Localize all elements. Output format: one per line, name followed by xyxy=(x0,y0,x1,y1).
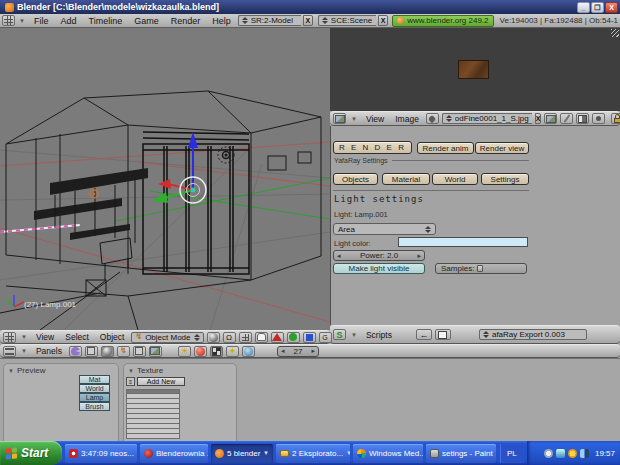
sub-texture-button[interactable] xyxy=(210,346,223,357)
menu-render[interactable]: Render xyxy=(166,16,206,26)
panel-collapse-icon[interactable]: ▼ xyxy=(128,368,134,374)
task-blenderownia[interactable]: Blenderownia ... xyxy=(140,444,208,463)
header-collapse-icon[interactable]: ▼ xyxy=(19,334,29,340)
menu-file[interactable]: File xyxy=(29,16,54,26)
sub-world-button[interactable] xyxy=(242,346,255,357)
render-anim-button[interactable]: Render anim xyxy=(417,142,474,154)
image-close-button[interactable]: X xyxy=(535,113,542,124)
header-collapse-icon[interactable]: ▼ xyxy=(349,332,359,338)
minimize-button[interactable]: _ xyxy=(577,2,590,13)
sub-material-button[interactable] xyxy=(194,346,207,357)
context-logic-button[interactable] xyxy=(69,346,82,357)
tab-objects[interactable]: Objects xyxy=(333,173,378,185)
texture-slot[interactable] xyxy=(126,434,180,439)
language-indicator[interactable]: PL xyxy=(500,444,524,463)
image-editor-viewport[interactable] xyxy=(330,28,620,111)
tray-volume-icon[interactable] xyxy=(544,449,553,458)
translate-manipulator-button[interactable] xyxy=(271,332,284,343)
start-button[interactable]: Start xyxy=(0,441,62,465)
group-expand-icon[interactable]: ▾ xyxy=(347,449,350,457)
draw-type-dropdown[interactable] xyxy=(207,332,220,343)
menu-game[interactable]: Game xyxy=(129,16,164,26)
menu-scripts[interactable]: Scripts xyxy=(362,330,396,340)
pin-button[interactable] xyxy=(426,113,439,124)
preview-mat-button[interactable]: Mat xyxy=(79,375,110,384)
orientation-dropdown[interactable]: G xyxy=(319,332,332,343)
tray-network-icon[interactable] xyxy=(580,449,589,458)
context-editing-button[interactable] xyxy=(133,346,146,357)
render-result-button[interactable] xyxy=(576,113,589,124)
scale-manipulator-button[interactable] xyxy=(303,332,316,343)
group-expand-icon[interactable]: ▾ xyxy=(264,449,268,457)
tray-display-icon[interactable] xyxy=(556,449,565,458)
scene-close-button[interactable]: X xyxy=(378,15,388,26)
task-clock-app[interactable]: 3:47:09 neos... xyxy=(65,444,137,463)
snap-button[interactable] xyxy=(239,332,252,343)
image-browse-button[interactable] xyxy=(544,113,557,124)
make-light-visible-toggle[interactable]: Make light visible xyxy=(333,263,425,274)
render-button[interactable]: R E N D E R xyxy=(333,141,412,154)
screen-close-button[interactable]: X xyxy=(303,15,313,26)
restore-button[interactable]: ❐ xyxy=(591,2,604,13)
preview-lamp-button[interactable]: Lamp xyxy=(79,393,110,402)
header-collapse-icon[interactable]: ▼ xyxy=(349,116,359,122)
3d-viewport[interactable]: (27) Lamp.001 xyxy=(0,28,330,330)
menu-help[interactable]: Help xyxy=(207,16,236,26)
menu-add[interactable]: Add xyxy=(55,16,81,26)
texture-menu-icon[interactable]: ≡ xyxy=(126,377,135,386)
blender-version-badge[interactable]: www.blender.org 249.2 xyxy=(392,15,493,27)
back-button[interactable]: ← xyxy=(416,329,432,340)
texture-panel-header[interactable]: ▼ Texture xyxy=(124,364,236,377)
header-collapse-icon[interactable]: ▼ xyxy=(19,348,29,354)
sub-radiosity-button[interactable]: ✦ xyxy=(226,346,239,357)
tab-world[interactable]: World xyxy=(432,173,478,185)
task-media-player[interactable]: Windows Med... xyxy=(353,444,423,463)
screen-selector[interactable]: SR:2-Model xyxy=(238,15,301,26)
task-blender-group[interactable]: 5 blender ▾ xyxy=(211,444,273,463)
menu-image[interactable]: Image xyxy=(391,114,423,124)
tab-settings[interactable]: Settings xyxy=(481,173,529,185)
task-paint[interactable]: setings - Paint xyxy=(426,444,496,463)
slider-knob[interactable] xyxy=(477,265,483,272)
preview-world-button[interactable]: World xyxy=(79,384,110,393)
area-resize-widget[interactable] xyxy=(611,29,619,37)
menu-object[interactable]: Object xyxy=(96,332,129,342)
menu-view[interactable]: View xyxy=(362,114,388,124)
frame-counter[interactable]: ◂ 27 ▸ xyxy=(277,346,319,357)
context-shading-button[interactable] xyxy=(101,346,114,357)
context-scene-button[interactable] xyxy=(149,346,162,357)
mode-dropdown[interactable]: ↯ Object Mode xyxy=(131,332,203,343)
editor-type-button[interactable] xyxy=(3,346,16,357)
menu-timeline[interactable]: Timeline xyxy=(83,16,127,26)
editor-type-button[interactable] xyxy=(2,15,15,26)
tray-sun-icon[interactable] xyxy=(568,449,577,458)
manipulator-toggle[interactable] xyxy=(255,332,268,343)
script-selector[interactable]: afaRay Export 0.003 xyxy=(479,329,587,340)
task-explorer-group[interactable]: 2 Eksplorato... ▾ xyxy=(276,444,350,463)
header-collapse-icon[interactable]: ▼ xyxy=(17,18,27,24)
light-color-swatch[interactable] xyxy=(398,237,528,247)
editor-type-button[interactable] xyxy=(3,332,16,343)
editor-type-button[interactable]: S xyxy=(333,329,346,340)
editor-type-button[interactable] xyxy=(333,113,346,124)
add-new-texture-button[interactable]: Add New xyxy=(137,377,185,386)
light-type-dropdown[interactable]: Area xyxy=(333,223,436,235)
context-object-button[interactable]: ↯ xyxy=(117,346,130,357)
rotate-manipulator-button[interactable] xyxy=(287,332,300,343)
loaded-image-thumbnail[interactable] xyxy=(458,60,489,79)
paint-mode-button[interactable] xyxy=(560,113,573,124)
samples-slider[interactable]: Samples: 8 xyxy=(435,263,527,274)
pivot-dropdown[interactable]: Ω xyxy=(223,332,236,343)
preview-brush-button[interactable]: Brush xyxy=(79,402,110,411)
tab-material[interactable]: Material xyxy=(382,173,430,185)
3d-viewport-canvas[interactable] xyxy=(0,28,330,330)
close-button[interactable]: X xyxy=(605,2,618,13)
power-slider[interactable]: ◂ Power: 2.0 ▸ xyxy=(333,250,425,261)
context-script-button[interactable] xyxy=(85,346,98,357)
panel-collapse-icon[interactable]: ▼ xyxy=(8,368,14,374)
lock-button[interactable] xyxy=(611,113,620,124)
new-window-button[interactable] xyxy=(435,329,451,340)
image-selector[interactable]: odFine0001_1_S.jpg xyxy=(442,113,532,124)
menu-select[interactable]: Select xyxy=(61,332,93,342)
scene-selector[interactable]: SCE:Scene xyxy=(318,15,376,26)
